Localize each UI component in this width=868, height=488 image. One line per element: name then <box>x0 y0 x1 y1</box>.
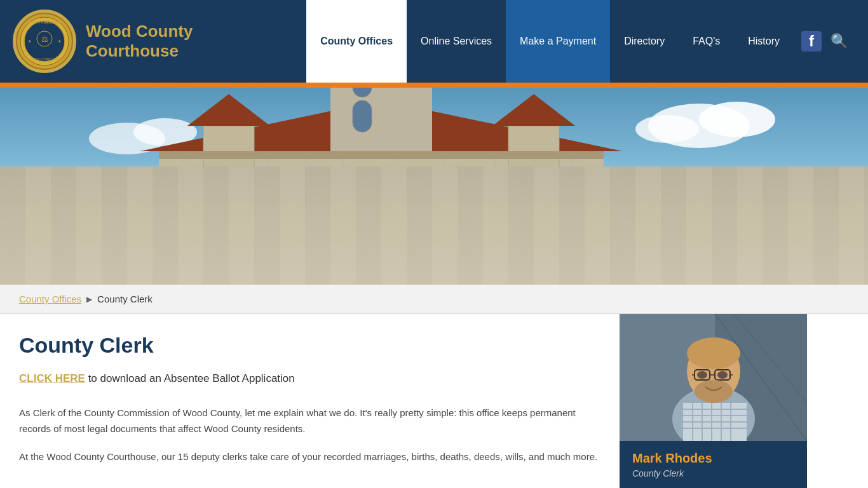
facebook-icon[interactable]: f <box>801 31 822 51</box>
svg-rect-43 <box>229 177 257 221</box>
body-paragraph-2: At the Wood County Courthouse, our 15 de… <box>19 449 600 465</box>
sidebar-info: Mark Rhodes County Clerk COUNTY CLERK LI… <box>620 441 807 488</box>
svg-rect-16 <box>159 151 604 285</box>
nav-social-icons: f 🔍 <box>794 0 855 83</box>
svg-rect-44 <box>273 177 302 221</box>
seal-svg: COUNTY COMMISSION WOOD COUNTY, WV ⚖ ★ ★ <box>15 12 74 71</box>
main-nav: County Offices Online Services Make a Pa… <box>306 0 855 83</box>
svg-point-78 <box>717 371 728 379</box>
svg-point-79 <box>695 380 733 403</box>
courthouse-svg <box>0 88 868 285</box>
svg-rect-51 <box>400 189 435 240</box>
site-title: Wood County Courthouse <box>86 22 193 61</box>
svg-text:★: ★ <box>28 39 31 43</box>
site-header: COUNTY COMMISSION WOOD COUNTY, WV ⚖ ★ ★ … <box>0 0 868 83</box>
svg-rect-50 <box>356 189 391 240</box>
svg-rect-47 <box>521 177 550 221</box>
sidebar: Mark Rhodes County Clerk COUNTY CLERK LI… <box>620 314 807 488</box>
svg-text:⚖: ⚖ <box>41 35 48 44</box>
svg-rect-42 <box>184 177 213 221</box>
svg-point-77 <box>697 371 707 379</box>
sidebar-person-role: County Clerk <box>632 468 794 478</box>
svg-rect-49 <box>311 189 346 240</box>
svg-rect-40 <box>508 126 559 215</box>
svg-text:★: ★ <box>58 39 61 43</box>
svg-point-12 <box>699 102 775 137</box>
svg-rect-45 <box>432 177 461 221</box>
sidebar-person-photo <box>620 314 807 441</box>
svg-rect-48 <box>566 177 594 221</box>
courthouse-photo <box>0 88 868 285</box>
breadcrumb: County Offices ▶ County Clerk <box>0 285 868 314</box>
svg-text:COUNTY COMMISSION: COUNTY COMMISSION <box>27 20 62 24</box>
nav-history[interactable]: History <box>734 0 794 83</box>
breadcrumb-separator: ▶ <box>86 295 92 304</box>
nav-online-services[interactable]: Online Services <box>407 0 506 83</box>
svg-point-71 <box>687 337 740 369</box>
body-paragraph-1: As Clerk of the County Commission of Woo… <box>19 405 600 437</box>
nav-faqs[interactable]: FAQ's <box>679 0 734 83</box>
page-title: County Clerk <box>19 333 600 358</box>
svg-point-13 <box>635 115 699 143</box>
svg-rect-36 <box>353 100 372 132</box>
nav-directory[interactable]: Directory <box>610 0 679 83</box>
svg-rect-38 <box>203 126 254 215</box>
nav-make-payment[interactable]: Make a Payment <box>506 0 610 83</box>
sidebar-person-name: Mark Rhodes <box>632 451 794 466</box>
content-left: County Clerk CLICK HERE to download an A… <box>0 314 620 488</box>
person-photo-svg <box>620 314 807 441</box>
nav-county-offices[interactable]: County Offices <box>306 0 407 83</box>
hero-image <box>0 88 868 285</box>
site-logo-link[interactable]: COUNTY COMMISSION WOOD COUNTY, WV ⚖ ★ ★ … <box>13 10 193 73</box>
svg-rect-34 <box>330 88 432 154</box>
svg-rect-52 <box>159 151 604 159</box>
main-content-area: County Clerk CLICK HERE to download an A… <box>0 314 868 488</box>
breadcrumb-current: County Clerk <box>97 294 153 304</box>
svg-rect-46 <box>477 177 505 221</box>
breadcrumb-parent-link[interactable]: County Offices <box>19 294 81 304</box>
search-icon[interactable]: 🔍 <box>831 33 848 50</box>
svg-rect-53 <box>0 272 868 285</box>
ballot-download-text: CLICK HERE to download an Absentee Ballo… <box>19 370 600 387</box>
accent-bar <box>0 83 868 88</box>
logo-seal: COUNTY COMMISSION WOOD COUNTY, WV ⚖ ★ ★ <box>13 10 76 73</box>
click-here-link[interactable]: CLICK HERE <box>19 372 85 384</box>
svg-text:WOOD COUNTY, WV: WOOD COUNTY, WV <box>31 58 58 61</box>
